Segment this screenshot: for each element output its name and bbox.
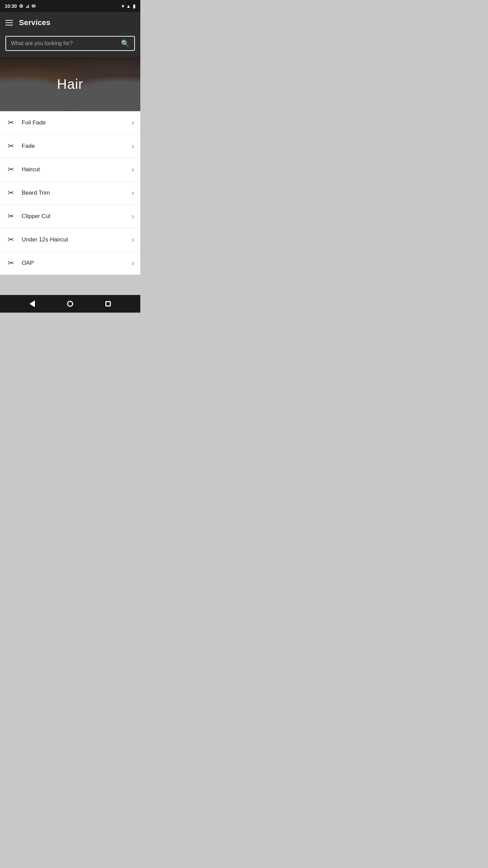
scissors-icon: ✂ [6, 142, 16, 151]
search-input[interactable] [11, 40, 118, 46]
gmail-icon: ✉ [32, 3, 36, 9]
category-title: Hair [57, 77, 83, 92]
back-icon [29, 300, 35, 307]
recents-button[interactable] [105, 301, 111, 307]
home-icon [67, 301, 73, 307]
service-item[interactable]: ✂Foil Fade› [0, 111, 140, 135]
navigation-bar [0, 295, 140, 313]
signal-icon: ▲ [126, 3, 131, 9]
service-item[interactable]: ✂OAP› [0, 252, 140, 275]
service-name: Haircut [22, 166, 125, 173]
scissors-icon: ✂ [6, 165, 16, 174]
service-name: Under 12s Haircut [22, 236, 125, 243]
search-button[interactable]: 🔍 [121, 40, 129, 47]
menu-button[interactable] [5, 20, 13, 25]
page-title: Services [19, 18, 50, 27]
chevron-right-icon: › [131, 118, 134, 127]
chevron-right-icon: › [131, 212, 134, 221]
service-item[interactable]: ✂Beard Trim› [0, 181, 140, 205]
scissors-icon: ✂ [6, 212, 16, 221]
hamburger-line-1 [5, 20, 13, 21]
scissors-icon: ✂ [6, 235, 16, 244]
scissors-icon: ✂ [6, 118, 16, 127]
service-name: Beard Trim [22, 190, 125, 196]
services-list: ✂Foil Fade›✂Fade›✂Haircut›✂Beard Trim›✂C… [0, 111, 140, 275]
home-button[interactable] [67, 301, 73, 307]
category-banner: Hair [0, 57, 140, 111]
app-header: Services [0, 12, 140, 33]
status-time: 10:30 [5, 3, 17, 9]
avast-icon: ⊿ [25, 3, 29, 9]
chevron-right-icon: › [131, 235, 134, 244]
wifi-icon: ▾ [122, 3, 124, 9]
service-item[interactable]: ✂Under 12s Haircut› [0, 228, 140, 252]
status-bar: 10:30 ⚙ ⊿ ✉ ▾ ▲ ▮ [0, 0, 140, 12]
hamburger-line-2 [5, 22, 13, 23]
chevron-right-icon: › [131, 258, 134, 268]
hamburger-line-3 [5, 25, 13, 25]
scissors-icon: ✂ [6, 259, 16, 268]
service-name: Foil Fade [22, 119, 125, 126]
service-name: OAP [22, 260, 125, 267]
service-item[interactable]: ✂Fade› [0, 135, 140, 158]
recents-icon [105, 301, 111, 307]
battery-icon: ▮ [133, 3, 136, 9]
service-item[interactable]: ✂Clipper Cut› [0, 205, 140, 228]
back-button[interactable] [29, 300, 35, 307]
chevron-right-icon: › [131, 188, 134, 198]
settings-icon: ⚙ [19, 3, 23, 9]
scissors-icon: ✂ [6, 189, 16, 197]
service-name: Fade [22, 143, 125, 150]
search-container: 🔍 [0, 33, 140, 57]
search-bar: 🔍 [5, 36, 135, 51]
service-item[interactable]: ✂Haircut› [0, 158, 140, 181]
chevron-right-icon: › [131, 165, 134, 174]
service-name: Clipper Cut [22, 213, 125, 220]
bottom-background [0, 275, 140, 295]
chevron-right-icon: › [131, 141, 134, 151]
